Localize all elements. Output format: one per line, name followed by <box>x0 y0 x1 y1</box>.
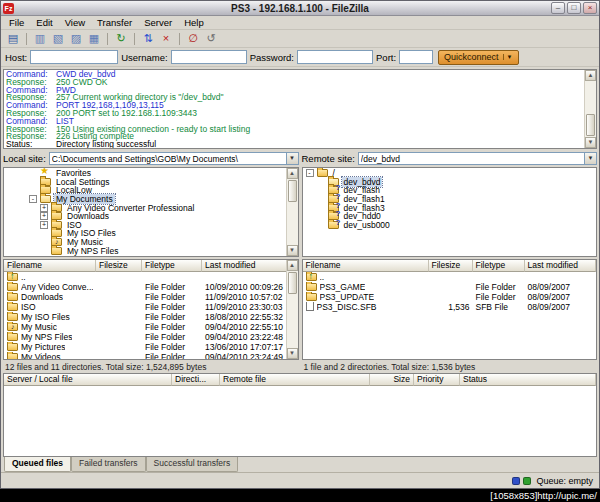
toggle-message-log-button[interactable]: ▥ <box>31 31 49 47</box>
refresh-button[interactable]: ↻ <box>112 31 130 47</box>
tree-item[interactable]: + Downloads <box>4 212 298 221</box>
local-list-scrollbar[interactable]: ▲ ▼ <box>286 260 298 359</box>
menu-view[interactable]: View <box>59 17 91 28</box>
expander-icon[interactable]: + <box>40 204 48 212</box>
expander-icon[interactable]: + <box>40 221 48 229</box>
close-button[interactable]: × <box>583 2 597 14</box>
tree-item[interactable]: My ISO Files <box>4 229 298 238</box>
quickconnect-button[interactable]: Quickconnect ▼ <box>438 50 518 65</box>
file-row[interactable]: Downloads File Folder 11/09/2010 10:57:0… <box>4 292 298 302</box>
tree-item[interactable]: + ISO <box>4 221 298 230</box>
scroll-up-icon[interactable]: ▲ <box>287 168 298 179</box>
column-header[interactable]: Filename <box>303 260 429 272</box>
tree-item[interactable]: Favorites <box>4 169 298 178</box>
toolbar-separator[interactable] <box>134 33 135 45</box>
file-row[interactable]: PS3_DISC.SFB 1,536 SFB File 08/09/2007 <box>303 302 597 312</box>
scrollbar-track[interactable] <box>287 203 298 245</box>
column-header[interactable]: Filesize <box>429 260 473 272</box>
file-row[interactable]: PS3_GAME File Folder 08/09/2007 <box>303 282 597 292</box>
toggle-queue-button[interactable]: ▦ <box>85 31 103 47</box>
tab-queued-files[interactable]: Queued files <box>4 457 71 472</box>
chevron-down-icon[interactable]: ▼ <box>584 153 596 164</box>
file-row[interactable]: .. <box>303 272 597 282</box>
queue-indicator-icon[interactable] <box>523 477 531 485</box>
column-header[interactable]: Last modified <box>202 260 298 272</box>
menu-help[interactable]: Help <box>178 17 210 28</box>
scrollbar-thumb[interactable] <box>586 114 595 136</box>
password-input[interactable] <box>297 50 373 64</box>
tree-item[interactable]: My Music <box>4 238 298 247</box>
folder-icon <box>306 283 317 291</box>
file-row[interactable]: My NPS Files File Folder 09/04/2010 23:2… <box>4 332 298 342</box>
column-header[interactable]: Size <box>370 374 414 386</box>
scrollbar-track[interactable] <box>585 81 596 113</box>
menu-file[interactable]: File <box>3 17 30 28</box>
menu-transfer[interactable]: Transfer <box>91 17 138 28</box>
file-row[interactable]: Any Video Conve... File Folder 10/09/201… <box>4 282 298 292</box>
tab-successful-transfers[interactable]: Successful transfers <box>146 457 239 472</box>
column-header[interactable]: Directi... <box>172 374 220 386</box>
column-header[interactable]: Filesize <box>96 260 142 272</box>
network-activity-icon[interactable] <box>512 477 520 485</box>
menu-server[interactable]: Server <box>138 17 178 28</box>
scrollbar-track[interactable] <box>287 295 298 348</box>
reconnect-button[interactable]: ↺ <box>202 31 220 47</box>
toggle-remote-tree-button[interactable]: ▨ <box>67 31 85 47</box>
tree-item[interactable]: Local Settings <box>4 178 298 187</box>
transfer-queue-list[interactable] <box>4 386 596 456</box>
scroll-up-icon[interactable]: ▲ <box>287 260 298 271</box>
username-input[interactable] <box>171 50 247 64</box>
file-row[interactable]: My Videos File Folder 09/04/2010 23:24:4… <box>4 352 298 359</box>
expander-icon[interactable]: - <box>29 195 37 203</box>
site-manager-button[interactable]: ▤ <box>4 31 22 47</box>
column-header[interactable]: Last modified <box>525 260 597 272</box>
column-header[interactable]: Filetype <box>142 260 202 272</box>
scroll-down-icon[interactable]: ▼ <box>287 348 298 359</box>
expander-icon[interactable]: - <box>306 169 314 177</box>
tree-item[interactable]: + Any Video Converter Professional <box>4 203 298 212</box>
column-header[interactable]: Filetype <box>473 260 525 272</box>
file-row[interactable]: My Pictures File Folder 13/06/2010 17:07… <box>4 342 298 352</box>
column-header[interactable]: Filename <box>4 260 96 272</box>
scrollbar-thumb[interactable] <box>288 180 297 202</box>
title-bar[interactable]: Fz PS3 - 192.168.1.100 - FileZilla –□× <box>1 1 599 16</box>
tree-item[interactable]: LocalLow <box>4 186 298 195</box>
maximize-button[interactable]: □ <box>567 2 581 14</box>
chevron-down-icon[interactable]: ▼ <box>286 153 298 164</box>
toolbar-separator[interactable] <box>26 33 27 45</box>
minimize-button[interactable]: – <box>551 2 565 14</box>
scroll-up-icon[interactable]: ▲ <box>585 70 596 81</box>
local-tree-scrollbar[interactable]: ▲ ▼ <box>286 168 298 256</box>
toolbar-separator[interactable] <box>179 33 180 45</box>
file-row[interactable]: ISO File Folder 11/09/2010 23:30:03 <box>4 302 298 312</box>
menu-edit[interactable]: Edit <box>30 17 58 28</box>
scrollbar-thumb[interactable] <box>288 272 297 294</box>
expander-icon[interactable]: + <box>40 212 48 220</box>
tab-failed-transfers[interactable]: Failed transfers <box>71 457 146 472</box>
column-header[interactable]: Priority <box>414 374 460 386</box>
file-row[interactable]: My Music File Folder 09/04/2010 22:55:10 <box>4 322 298 332</box>
file-row[interactable]: .. <box>4 272 298 282</box>
port-input[interactable] <box>399 50 433 64</box>
scroll-down-icon[interactable]: ▼ <box>287 245 298 256</box>
disconnect-button[interactable]: ∅ <box>184 31 202 47</box>
tree-item[interactable]: dev_usb000 <box>303 221 597 230</box>
chevron-down-icon[interactable]: ▼ <box>503 54 513 60</box>
tree-item[interactable]: My NPS Files <box>4 246 298 255</box>
file-row[interactable]: My ISO Files File Folder 18/08/2010 22:5… <box>4 312 298 322</box>
process-queue-button[interactable]: ⇅ <box>139 31 157 47</box>
column-header[interactable]: Remote file <box>220 374 370 386</box>
toolbar-separator[interactable] <box>107 33 108 45</box>
remote-path-input[interactable] <box>359 153 584 164</box>
log-scrollbar[interactable]: ▲ ▼ <box>584 70 596 148</box>
file-row[interactable]: PS3_UPDATE File Folder 08/09/2007 <box>303 292 597 302</box>
local-path-combobox[interactable]: ▼ <box>49 152 299 165</box>
local-path-input[interactable] <box>50 153 286 164</box>
column-header[interactable]: Status <box>460 374 596 386</box>
column-header[interactable]: Server / Local file <box>4 374 172 386</box>
toggle-local-tree-button[interactable]: ▧ <box>49 31 67 47</box>
host-input[interactable] <box>30 50 118 64</box>
cancel-button[interactable]: × <box>157 31 175 47</box>
scroll-down-icon[interactable]: ▼ <box>585 137 596 148</box>
remote-path-combobox[interactable]: ▼ <box>358 152 597 165</box>
